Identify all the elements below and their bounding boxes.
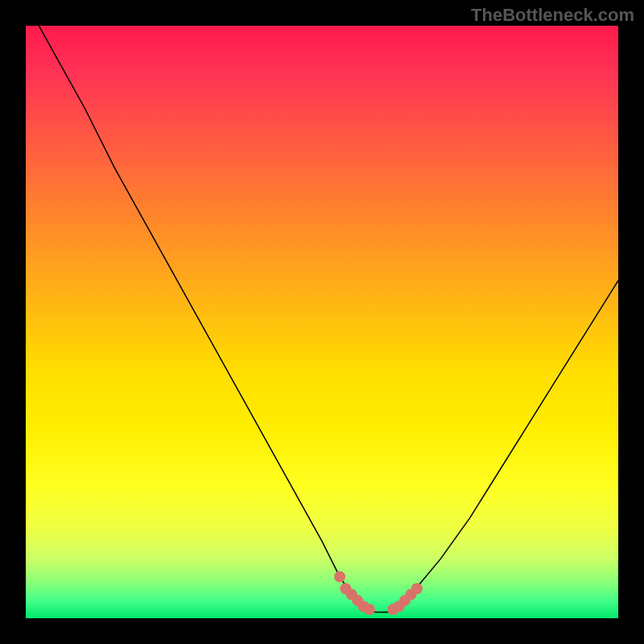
curve-markers <box>334 572 423 616</box>
chart-svg <box>26 26 618 618</box>
curve-marker <box>334 572 345 583</box>
curve-marker <box>364 604 375 615</box>
chart-plot-area <box>26 26 618 618</box>
bottleneck-curve <box>26 26 618 613</box>
curve-marker <box>411 583 423 594</box>
watermark-text: TheBottleneck.com <box>471 5 634 26</box>
